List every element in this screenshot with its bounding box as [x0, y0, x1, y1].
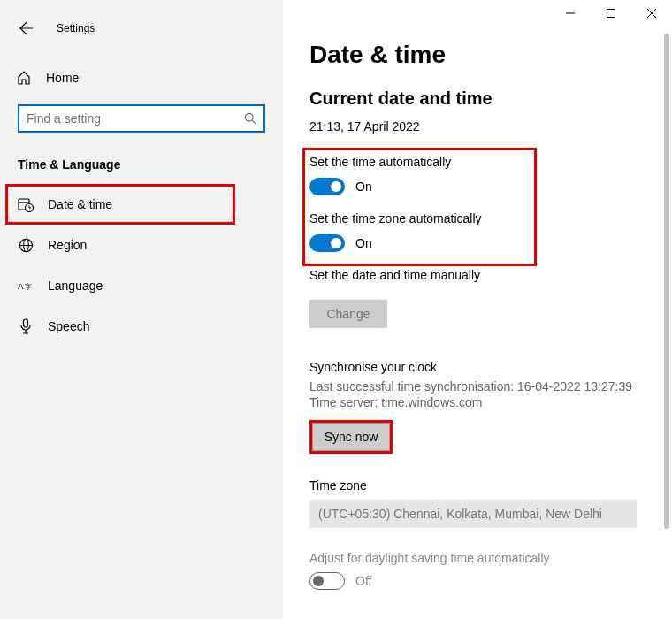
sync-last: Last successful time synchronisation: 16…	[309, 379, 672, 394]
search-box[interactable]	[18, 104, 265, 133]
minimize-button[interactable]	[550, 0, 591, 27]
toggle-state: On	[355, 236, 372, 250]
sidebar: Settings Home Time & Language Date & tim…	[0, 0, 283, 619]
maximize-button[interactable]	[591, 0, 631, 27]
category-header: Time & Language	[0, 133, 283, 184]
close-button[interactable]	[631, 0, 672, 27]
svg-text:A: A	[18, 281, 24, 291]
nav-label: Region	[48, 238, 87, 252]
tz-value: (UTC+05:30) Chennai, Kolkata, Mumbai, Ne…	[318, 507, 602, 521]
close-icon	[647, 9, 656, 18]
svg-line-1	[252, 120, 256, 124]
tz-title: Time zone	[309, 478, 672, 493]
title-bar-controls	[550, 0, 672, 27]
minimize-icon	[566, 9, 575, 18]
dst-label: Adjust for daylight saving time automati…	[309, 551, 672, 565]
search-input[interactable]	[27, 111, 244, 126]
main-content: Date & time Current date and time 21:13,…	[283, 0, 672, 619]
search-icon	[244, 112, 256, 125]
current-datetime: 21:13, 17 April 2022	[309, 119, 672, 134]
home-nav[interactable]: Home	[0, 60, 283, 96]
sidebar-item-language[interactable]: A字 Language	[0, 265, 283, 306]
microphone-icon	[18, 318, 34, 334]
back-button[interactable]	[16, 18, 37, 39]
svg-point-0	[245, 113, 253, 121]
arrow-left-icon	[19, 21, 34, 35]
highlight-annotation: Sync now	[309, 420, 393, 454]
auto-time-section: Set the time automatically On	[309, 155, 544, 195]
auto-time-toggle[interactable]	[309, 178, 345, 195]
sync-now-button[interactable]: Sync now	[312, 423, 390, 451]
home-icon	[16, 70, 32, 86]
dst-section: Adjust for daylight saving time automati…	[309, 551, 672, 590]
scrollbar[interactable]	[661, 28, 672, 594]
auto-time-label: Set the time automatically	[309, 155, 544, 169]
maximize-icon	[607, 9, 615, 18]
nav-label: Speech	[48, 319, 89, 333]
scrollbar-thumb[interactable]	[664, 34, 669, 529]
svg-rect-10	[24, 319, 28, 327]
sync-server: Time server: time.windows.com	[309, 395, 672, 409]
sync-title: Synchronise your clock	[309, 360, 672, 374]
sidebar-item-region[interactable]: Region	[0, 225, 283, 265]
calendar-clock-icon	[18, 196, 34, 212]
svg-text:字: 字	[25, 284, 32, 292]
page-title: Date & time	[309, 41, 672, 69]
nav-label: Date & time	[48, 197, 112, 211]
timezone-section: Time zone (UTC+05:30) Chennai, Kolkata, …	[309, 478, 672, 528]
dst-toggle	[309, 572, 345, 590]
auto-tz-section: Set the time zone automatically On	[309, 211, 544, 252]
timezone-dropdown: (UTC+05:30) Chennai, Kolkata, Mumbai, Ne…	[309, 500, 637, 528]
manual-label: Set the date and time manually	[309, 268, 672, 282]
language-icon: A字	[18, 278, 34, 294]
section-title: Current date and time	[309, 88, 672, 109]
toggle-state: Off	[355, 574, 371, 588]
home-label: Home	[46, 71, 79, 85]
sync-section: Synchronise your clock Last successful t…	[309, 360, 672, 454]
manual-section: Set the date and time manually Change	[309, 268, 672, 328]
globe-icon	[18, 237, 34, 253]
window-title: Settings	[57, 22, 95, 34]
auto-tz-toggle[interactable]	[309, 234, 345, 252]
auto-tz-label: Set the time zone automatically	[309, 211, 544, 225]
sidebar-item-date-time[interactable]: Date & time	[0, 184, 283, 225]
nav-label: Language	[48, 279, 103, 293]
change-button: Change	[309, 300, 387, 328]
header-row: Settings	[0, 11, 283, 46]
sidebar-item-speech[interactable]: Speech	[0, 306, 283, 347]
svg-rect-12	[607, 10, 615, 18]
toggle-state: On	[355, 180, 372, 194]
